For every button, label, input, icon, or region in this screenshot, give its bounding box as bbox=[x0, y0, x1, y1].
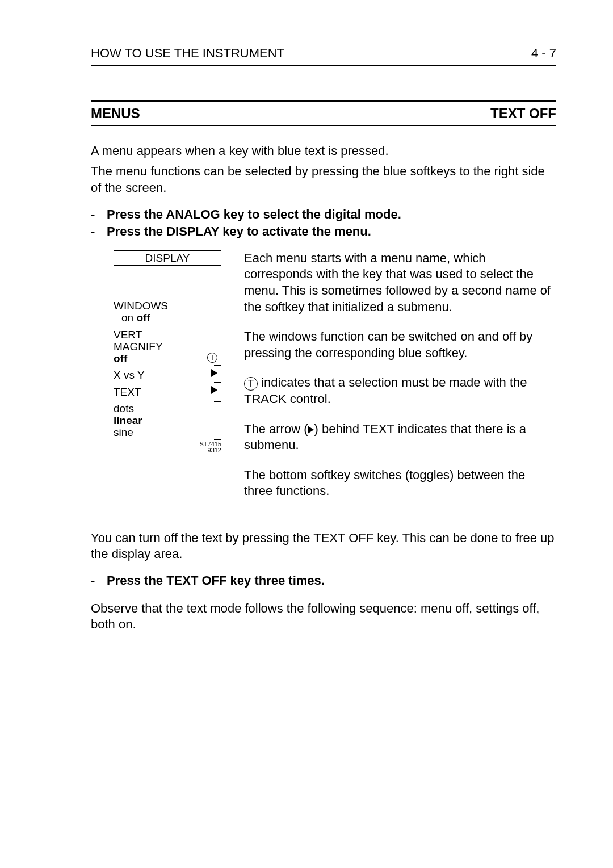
body-paragraph: Observe that the text mode follows the f… bbox=[91, 601, 556, 633]
body-paragraph: You can turn off the text by pressing th… bbox=[91, 530, 556, 563]
label-dots: dots bbox=[114, 402, 134, 414]
softkey-vert-magnify: VERT MAGNIFY off T bbox=[114, 328, 221, 366]
section-heading: MENUS TEXT OFF bbox=[91, 100, 556, 126]
track-icon: T bbox=[207, 353, 217, 363]
softkey-diagram: DISPLAY WINDOWS on off VERT MAGNIFY off … bbox=[114, 250, 221, 454]
label-xvsy: X vs Y bbox=[114, 369, 145, 381]
section-right: TEXT OFF bbox=[490, 104, 556, 122]
description-column: Each menu starts with a menu name, which… bbox=[244, 250, 556, 513]
instruction-list-1: - Press the ANALOG key to select the dig… bbox=[91, 207, 556, 240]
desc-paragraph: The bottom softkey switches (toggles) be… bbox=[244, 467, 556, 500]
menu-title-box: DISPLAY bbox=[114, 250, 221, 266]
track-icon: T bbox=[244, 377, 258, 391]
instruction-list-2: - Press the TEXT OFF key three times. bbox=[91, 573, 556, 589]
label-vert: VERT bbox=[114, 329, 142, 341]
label-sine: sine bbox=[114, 426, 133, 438]
desc-paragraph: The windows function can be switched on … bbox=[244, 329, 556, 361]
softkey-interp: dots linear sine bbox=[114, 401, 221, 440]
page-header: HOW TO USE THE INSTRUMENT 4 - 7 bbox=[91, 45, 556, 66]
label-windows: WINDOWS bbox=[114, 300, 168, 312]
label-off: off bbox=[114, 353, 127, 364]
dash-icon: - bbox=[91, 207, 107, 223]
submenu-arrow-icon bbox=[308, 426, 314, 434]
intro-paragraph-2: The menu functions can be selected by pr… bbox=[91, 163, 556, 196]
label-text: TEXT bbox=[114, 386, 141, 398]
list-item-text: Press the TEXT OFF key three times. bbox=[107, 573, 325, 589]
list-item: - Press the ANALOG key to select the dig… bbox=[91, 207, 556, 223]
label-on-off: on off bbox=[121, 312, 150, 324]
label-magnify: MAGNIFY bbox=[114, 341, 163, 353]
softkey-text: TEXT bbox=[114, 385, 221, 399]
section-left: MENUS bbox=[91, 104, 140, 122]
softkey-slot-empty bbox=[114, 267, 221, 296]
softkey-xvsy: X vs Y bbox=[114, 368, 221, 382]
list-item: - Press the TEXT OFF key three times. bbox=[91, 573, 556, 589]
figure-reference: ST7415 9312 bbox=[114, 441, 221, 454]
softkey-windows: WINDOWS on off bbox=[114, 299, 221, 325]
dash-icon: - bbox=[91, 224, 107, 240]
list-item: - Press the DISPLAY key to activate the … bbox=[91, 224, 556, 240]
label-linear: linear bbox=[114, 414, 142, 426]
submenu-arrow-icon bbox=[211, 369, 217, 377]
submenu-arrow-icon bbox=[211, 386, 217, 394]
dash-icon: - bbox=[91, 573, 107, 589]
desc-paragraph: The arrow () behind TEXT indicates that … bbox=[244, 421, 556, 454]
desc-paragraph: Each menu starts with a menu name, which… bbox=[244, 250, 556, 315]
desc-paragraph: T indicates that a selection must be mad… bbox=[244, 375, 556, 407]
header-right: 4 - 7 bbox=[531, 45, 556, 62]
list-item-text: Press the ANALOG key to select the digit… bbox=[107, 207, 401, 223]
list-item-text: Press the DISPLAY key to activate the me… bbox=[107, 224, 371, 240]
header-left: HOW TO USE THE INSTRUMENT bbox=[91, 45, 284, 62]
intro-paragraph-1: A menu appears when a key with blue text… bbox=[91, 143, 556, 160]
